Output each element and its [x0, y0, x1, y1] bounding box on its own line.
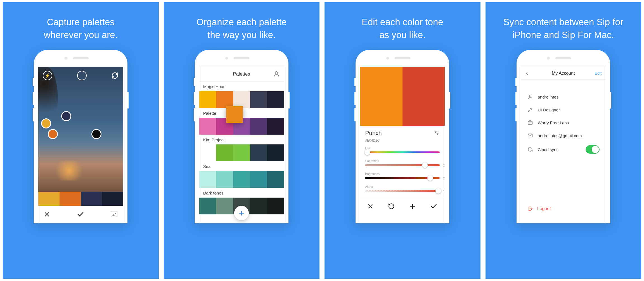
account-row-cloud-sync: Cloud sync: [527, 142, 600, 157]
slider-value: 7: [441, 151, 445, 154]
palette-name: Magic Hour: [199, 81, 284, 91]
account-icon[interactable]: [273, 70, 280, 78]
close-icon[interactable]: [44, 211, 50, 217]
plus-icon: +: [239, 208, 244, 218]
user-icon: [527, 94, 533, 100]
caption: Sync content between Sip for iPhone and …: [495, 2, 632, 50]
color-pick-ring[interactable]: [61, 111, 71, 121]
tools-icon: [527, 107, 533, 113]
slider-label: Alpha: [365, 185, 440, 188]
color-preview: [360, 67, 445, 126]
alpha-slider[interactable]: Alpha 100: [365, 185, 440, 192]
slider-label: Brightness: [365, 172, 440, 175]
account-row-company: Worry Free Labs: [527, 116, 600, 129]
confirm-icon[interactable]: [430, 203, 437, 210]
panel-sync: Sync content between Sip for iPhone and …: [486, 2, 641, 279]
svg-point-3: [529, 95, 531, 97]
palette-name: Dark tones: [199, 188, 284, 198]
briefcase-icon: [527, 120, 533, 126]
logout-button[interactable]: Logout: [527, 206, 600, 212]
editor-screen: Punch #E04D2C Hue 7 Saturation: [360, 67, 445, 223]
confirm-icon[interactable]: [77, 211, 84, 218]
account-row-username: andre.intes: [527, 90, 600, 103]
add-palette-button[interactable]: +: [234, 206, 249, 220]
account-title: My Account: [521, 71, 606, 76]
hex-value: #E04D2C: [360, 139, 445, 144]
camera-viewfinder[interactable]: [38, 67, 123, 206]
color-pick-ring[interactable]: [41, 118, 51, 128]
palettes-title: Palettes: [233, 71, 250, 77]
phone-frame: Punch #E04D2C Hue 7 Saturation: [356, 50, 449, 223]
palette-item[interactable]: Kim Project: [199, 135, 284, 161]
slider-label: Hue: [365, 146, 440, 150]
account-email: andre.intes@gmail.com: [538, 133, 582, 138]
cloud-sync-toggle[interactable]: [586, 145, 600, 154]
dragging-swatch[interactable]: [226, 106, 243, 123]
slider-value: 100: [441, 189, 445, 193]
mail-icon: [527, 132, 533, 139]
color-pick-ring[interactable]: [91, 129, 101, 139]
slider-value: 204: [441, 164, 445, 167]
captured-palette-strip: [38, 192, 123, 206]
account-username: andre.intes: [538, 95, 558, 99]
panel-capture: Capture palettes wherever you are.: [3, 2, 159, 279]
palettes-screen: Palettes Magic Hour Palette Kim Project: [199, 67, 284, 223]
gallery-icon[interactable]: [111, 212, 117, 217]
account-screen: My Account Edit andre.intes UI Designer: [521, 67, 606, 223]
caption: Capture palettes wherever you are.: [35, 2, 126, 50]
phone-frame: My Account Edit andre.intes UI Designer: [517, 50, 610, 223]
caption: Edit each color tone as you like.: [353, 2, 452, 50]
capture-toolbar: [38, 206, 123, 223]
color-pick-ring[interactable]: [48, 129, 58, 139]
palette-item[interactable]: Magic Hour: [199, 81, 284, 108]
capture-screen: [38, 67, 123, 223]
color-name: Punch: [365, 130, 382, 136]
slider-label: Saturation: [365, 159, 440, 163]
account-company: Worry Free Labs: [538, 120, 569, 125]
adjust-icon[interactable]: [434, 130, 440, 136]
logout-label: Logout: [537, 206, 551, 211]
account-row-email: andre.intes@gmail.com: [527, 129, 600, 142]
brightness-slider[interactable]: Brightness 223: [365, 172, 440, 179]
account-header: My Account Edit: [521, 67, 606, 80]
svg-point-0: [275, 72, 278, 74]
logout-icon: [527, 206, 533, 212]
sync-icon: [527, 146, 533, 153]
caption: Organize each palette the way you like.: [188, 2, 295, 50]
edit-button[interactable]: Edit: [595, 71, 602, 76]
flip-camera-icon[interactable]: [111, 72, 119, 79]
saturation-slider[interactable]: Saturation 204: [365, 159, 440, 166]
editor-toolbar: [360, 198, 445, 214]
cloud-sync-label: Cloud sync: [538, 147, 558, 152]
palette-item[interactable]: Sea: [199, 161, 284, 188]
close-icon[interactable]: [367, 203, 373, 209]
svg-point-1: [435, 131, 436, 133]
palette-name: Kim Project: [199, 135, 284, 144]
palette-name: Sea: [199, 161, 284, 171]
phone-frame: [34, 50, 127, 223]
panel-edit: Edit each color tone as you like. Punch …: [325, 2, 480, 279]
account-role: UI Designer: [538, 107, 560, 112]
capture-center-ring-icon: [77, 71, 87, 80]
slider-value: 223: [441, 177, 445, 180]
add-icon[interactable]: [409, 203, 416, 210]
panel-organize: Organize each palette the way you like. …: [164, 2, 320, 279]
hue-slider[interactable]: Hue 7: [365, 146, 440, 153]
back-icon[interactable]: [525, 71, 529, 76]
flash-icon[interactable]: [43, 71, 52, 80]
svg-point-2: [437, 134, 439, 135]
account-row-role: UI Designer: [527, 103, 600, 116]
palettes-header: Palettes: [199, 67, 284, 81]
phone-frame: Palettes Magic Hour Palette Kim Project: [195, 50, 288, 223]
undo-icon[interactable]: [388, 203, 395, 210]
